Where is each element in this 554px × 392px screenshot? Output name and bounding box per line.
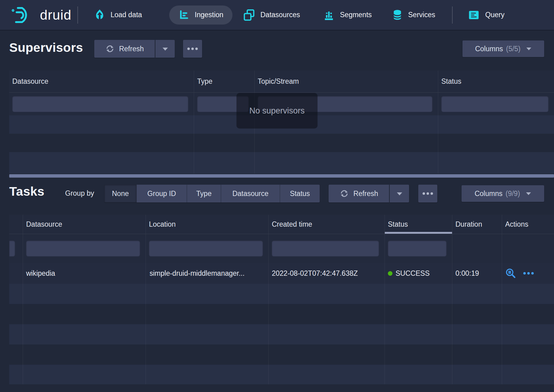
horizontal-scrollbar[interactable] [9,174,554,178]
clipped-filter-input[interactable] [9,240,15,256]
query-icon [468,10,480,20]
chevron-down-icon [396,192,403,196]
datasources-icon [243,9,255,21]
columns-label: Columns [474,190,502,198]
datasource-filter-input[interactable] [26,240,140,256]
task-created-time: 2022-08-02T07:42:47.638Z [269,263,385,284]
empty-row [9,344,554,365]
group-by-group-id-button[interactable]: Group ID [137,185,187,202]
nav-divider [77,6,78,24]
brand-text: druid [40,7,72,23]
task-more-actions-button[interactable] [523,272,534,275]
group-by-type-button[interactable]: Type [187,185,221,202]
columns-count: (9/9) [505,190,520,198]
nav-item-ingestion[interactable]: Ingestion [169,6,232,25]
supervisors-table: Datasource Type Topic/Stream Status No s… [9,71,554,174]
druid-console: druid Load data Ingestion [0,0,554,392]
nav-item-label: Load data [111,11,142,19]
refresh-button[interactable]: Refresh [329,185,389,202]
nav-item-label: Datasources [260,11,300,19]
column-header-actions[interactable]: Actions [502,215,554,234]
druid-logo[interactable]: druid [11,5,72,25]
more-icon [195,48,198,50]
group-by-segmented-control: None Group ID Type Datasource Status [104,185,320,202]
column-header-type[interactable]: Type [194,71,255,92]
task-location: simple-druid-middlemanager... [146,263,269,284]
chevron-down-icon [526,47,532,51]
tasks-title: Tasks [9,184,45,199]
group-by-status-button[interactable]: Status [280,185,320,202]
refresh-button[interactable]: Refresh [94,40,155,58]
column-header-status[interactable]: Status [438,71,554,92]
column-header-datasource[interactable]: Datasource [9,71,194,92]
refresh-icon [105,44,115,53]
tasks-more-button[interactable] [418,185,437,202]
nav-item-load-data[interactable]: Load data [94,9,142,21]
refresh-label: Refresh [353,190,378,198]
empty-state-overlay: No supervisors [236,93,318,129]
chevron-down-icon [526,192,531,195]
nav-item-services[interactable]: Services [392,9,435,21]
refresh-dropdown-button[interactable] [390,185,409,202]
status-filter-input[interactable] [388,240,447,256]
column-header-datasource[interactable]: Datasource [23,215,146,234]
column-header-location[interactable]: Location [146,215,269,234]
refresh-icon [340,189,349,198]
column-header-status[interactable]: Status [385,215,452,234]
column-header-spacer [9,215,23,234]
task-status: SUCCESS [385,263,452,284]
nav-item-segments[interactable]: Segments [323,9,372,21]
more-icon [527,272,530,275]
location-filter-input[interactable] [149,240,263,256]
columns-label: Columns [475,45,503,53]
supervisors-columns-button[interactable]: Columns (5/5) [462,40,544,57]
more-icon [187,48,190,50]
empty-row [9,134,554,152]
nav-item-label: Query [485,11,505,19]
empty-row [9,304,554,324]
empty-row [9,152,554,174]
refresh-dropdown-button[interactable] [155,40,175,58]
success-status-icon [388,271,392,276]
task-duration: 0:00:19 [452,263,502,284]
status-filter-input[interactable] [441,96,548,112]
tasks-refresh-group: Refresh [329,185,409,202]
column-header-topic-stream[interactable]: Topic/Stream [255,71,438,92]
column-header-created-time[interactable]: Created time [269,215,385,234]
supervisors-more-button[interactable] [183,40,202,58]
column-header-duration[interactable]: Duration [452,215,502,234]
group-by-datasource-button[interactable]: Datasource [221,185,280,202]
empty-row [9,365,554,384]
columns-count: (5/5) [506,45,521,53]
navbar: druid Load data Ingestion [0,0,554,31]
druid-logo-icon [11,5,34,25]
group-by-label: Group by [65,189,94,198]
sort-indicator [385,232,452,234]
task-datasource: wikipedia [23,263,146,284]
empty-row [9,324,554,344]
status-badge: SUCCESS [396,269,430,278]
segments-icon [323,9,335,21]
more-icon [523,272,526,275]
tasks-table: Datasource Location Created time Status … [9,215,554,384]
nav-item-datasources[interactable]: Datasources [243,9,300,21]
supervisors-title: Supervisors [9,40,83,55]
column-header-label: Status [388,220,408,229]
nav-item-label: Ingestion [195,11,223,19]
empty-row [9,284,554,304]
created-time-filter-input[interactable] [272,240,379,256]
nav-item-query[interactable]: Query [468,10,505,20]
more-icon [191,48,194,50]
empty-state-message: No supervisors [249,106,305,116]
nav-item-label: Services [408,11,435,19]
more-icon [531,272,534,275]
tasks-columns-button[interactable]: Columns (9/9) [462,185,544,202]
task-row-wikipedia[interactable]: wikipedia simple-druid-middlemanager... … [9,263,554,284]
upload-icon [94,9,105,21]
datasource-filter-input[interactable] [12,96,188,112]
supervisors-refresh-group: Refresh [94,40,175,58]
ingestion-icon [178,10,189,21]
task-detail-button[interactable] [505,268,517,279]
group-by-none-button[interactable]: None [104,185,137,202]
more-icon [427,192,429,195]
